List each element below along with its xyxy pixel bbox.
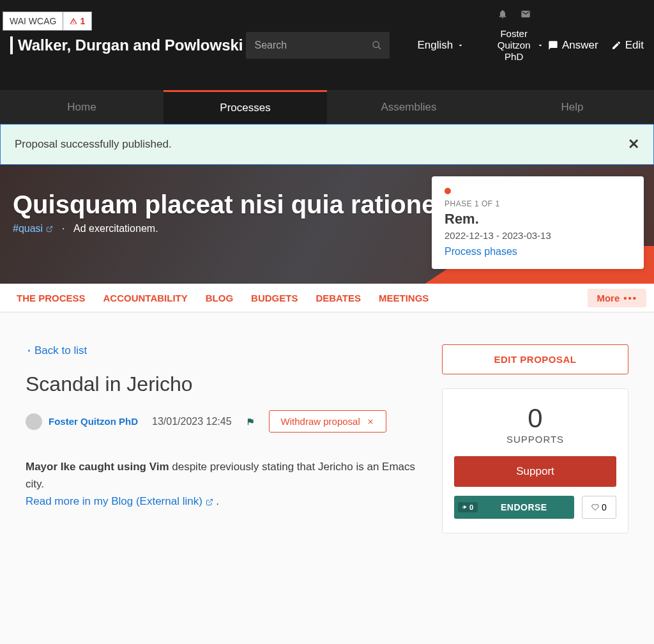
process-subtitle: Ad exercitationem.	[73, 223, 158, 234]
mail-icon[interactable]	[521, 9, 531, 19]
support-label: SUPPORTS	[454, 434, 616, 445]
warning-icon	[70, 17, 77, 25]
process-phases-link[interactable]: Process phases	[445, 246, 517, 257]
main-column: Back to list Scandal in Jericho Foster Q…	[26, 344, 423, 510]
nav-assemblies[interactable]: Assemblies	[327, 90, 490, 124]
endorse-button[interactable]: 0 ENDORSE	[454, 496, 574, 519]
support-button[interactable]: Support	[454, 456, 616, 487]
hashtag-link[interactable]: #quasi	[13, 223, 56, 234]
search-input[interactable]	[246, 32, 390, 59]
like-button[interactable]: 0	[582, 496, 616, 519]
external-link-icon	[206, 498, 213, 506]
close-icon	[367, 418, 374, 425]
wcag-badge[interactable]: WAI WCAG 1	[3, 12, 92, 31]
withdraw-button[interactable]: Withdraw proposal	[269, 410, 386, 433]
proposal-title: Scandal in Jericho	[26, 372, 423, 396]
user-menu[interactable]: Foster Quitzon PhD	[495, 28, 533, 63]
language-selector[interactable]: English	[418, 39, 465, 52]
phase-label: PHASE 1 OF 1	[445, 199, 631, 208]
heart-icon	[591, 503, 599, 511]
secnav-accountability[interactable]: ACCOUNTABILITY	[95, 293, 197, 303]
chevron-down-icon	[536, 42, 544, 49]
main-nav: Home Processes Assemblies Help	[0, 90, 654, 124]
close-icon[interactable]: ✕	[628, 136, 639, 153]
more-dots-icon: •••	[623, 293, 637, 303]
secnav-debates[interactable]: DEBATES	[307, 293, 370, 303]
hero: Quisquam placeat nisi quia ratione. #qua…	[0, 165, 654, 284]
side-column: EDIT PROPOSAL 0 SUPPORTS Support 0 ENDOR…	[442, 344, 628, 533]
flag-icon[interactable]	[246, 416, 255, 427]
search-box	[246, 32, 390, 59]
phase-name: Rem.	[445, 211, 631, 227]
secnav-blog[interactable]: BLOG	[197, 293, 242, 303]
chat-icon	[548, 40, 558, 50]
success-banner: Proposal successfully published. ✕	[0, 124, 654, 165]
svg-line-1	[378, 47, 381, 49]
edit-proposal-button[interactable]: EDIT PROPOSAL	[442, 344, 628, 374]
answer-link[interactable]: Answer	[548, 39, 598, 52]
author-link[interactable]: Foster Quitzon PhD	[49, 416, 138, 427]
support-card: 0 SUPPORTS Support 0 ENDORSE 0	[442, 388, 628, 533]
phase-dates: 2022-12-13 - 2023-03-13	[445, 230, 631, 241]
secnav-budgets[interactable]: BUDGETS	[242, 293, 307, 303]
success-message: Proposal successfully published.	[15, 138, 172, 151]
proposal-body: Mayor Ike caught using Vim despite previ…	[26, 458, 423, 510]
nav-processes[interactable]: Processes	[164, 90, 327, 124]
secondary-nav: THE PROCESS ACCOUNTABILITY BLOG BUDGETS …	[0, 284, 654, 312]
nav-home[interactable]: Home	[0, 90, 164, 124]
brand-title[interactable]: Walker, Durgan and Powlowski	[10, 36, 243, 54]
svg-point-0	[373, 42, 379, 47]
wcag-count: 1	[63, 12, 91, 30]
back-link[interactable]: Back to list	[26, 344, 87, 357]
topbar: Walker, Durgan and Powlowski English Fos…	[0, 0, 654, 90]
endorse-row: 0 ENDORSE 0	[454, 496, 616, 519]
body-strong: Mayor Ike caught using Vim	[26, 461, 169, 473]
secnav-more[interactable]: More •••	[588, 289, 646, 307]
phase-status-dot	[445, 188, 451, 194]
search-icon[interactable]	[372, 40, 382, 51]
wcag-label: WAI WCAG	[3, 12, 63, 30]
bell-icon[interactable]	[498, 9, 508, 19]
megaphone-icon	[462, 504, 468, 510]
avatar	[26, 413, 42, 430]
secnav-meetings[interactable]: MEETINGS	[370, 293, 437, 303]
chevron-down-icon	[457, 42, 464, 49]
proposal-date: 13/01/2023 12:45	[152, 416, 232, 427]
edit-link[interactable]: Edit	[611, 39, 644, 52]
content: Back to list Scandal in Jericho Foster Q…	[0, 312, 654, 546]
secnav-process[interactable]: THE PROCESS	[8, 293, 95, 303]
phase-card: PHASE 1 OF 1 Rem. 2022-12-13 - 2023-03-1…	[432, 176, 644, 269]
chevron-left-icon	[26, 348, 32, 354]
nav-help[interactable]: Help	[490, 90, 654, 124]
pencil-icon	[611, 40, 621, 50]
support-count: 0	[454, 403, 616, 434]
header-actions: Answer Edit	[548, 39, 644, 52]
proposal-meta: Foster Quitzon PhD 13/01/2023 12:45 With…	[26, 410, 423, 433]
external-link-icon	[46, 226, 53, 233]
read-more-link[interactable]: Read more in my Blog (External link)	[26, 495, 216, 507]
